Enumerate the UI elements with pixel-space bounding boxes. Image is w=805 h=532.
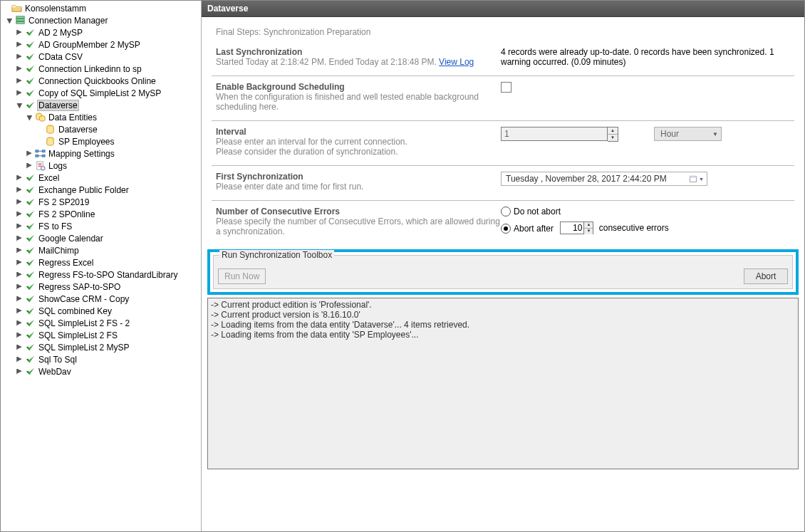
- expand-icon[interactable]: ⯈: [14, 88, 24, 98]
- calendar-dropdown-icon[interactable]: ▼: [689, 174, 704, 183]
- spin-up-icon[interactable]: ▲: [584, 222, 593, 229]
- tree-node-connection[interactable]: ⯈SQL SimpleList 2 FS: [1, 329, 201, 341]
- tree-label: Regress FS-to-SPO StandardLibrary: [37, 270, 179, 280]
- expand-icon[interactable]: ⯈: [14, 209, 24, 219]
- expand-icon[interactable]: ⯈: [14, 64, 24, 74]
- tree-node-mapping-settings[interactable]: ⯈ Mapping Settings: [1, 147, 201, 160]
- tree-label: Data Entities: [47, 113, 98, 122]
- tree-node-connection[interactable]: ⯈FS 2 SPOnline: [1, 208, 201, 220]
- expand-icon[interactable]: ⯈: [14, 270, 24, 280]
- tree-node-connection[interactable]: ⯈FS 2 SP2019: [1, 196, 201, 208]
- expand-icon[interactable]: ⯈: [14, 258, 24, 268]
- tree-label: SP Employees: [57, 137, 116, 147]
- expand-icon[interactable]: ⯈: [14, 52, 24, 62]
- interval-value-input[interactable]: [501, 127, 608, 141]
- tree-node-connection[interactable]: ⯈Copy of SQL SimpleList 2 MySP: [1, 87, 201, 99]
- tree-node-logs[interactable]: ⯈ Logs: [1, 160, 201, 172]
- expand-icon[interactable]: ⯈: [14, 28, 24, 38]
- collapse-icon[interactable]: ⯆: [24, 113, 34, 122]
- tree-node-connection[interactable]: ⯈Regress FS-to-SPO StandardLibrary: [1, 268, 201, 281]
- collapse-icon[interactable]: ⯆: [14, 100, 24, 110]
- expand-icon[interactable]: ⯈: [14, 294, 24, 304]
- expand-icon[interactable]: ⯈: [14, 40, 24, 50]
- connection-icon: [24, 51, 36, 63]
- expand-icon[interactable]: ⯈: [14, 76, 24, 86]
- connection-icon: [24, 233, 36, 244]
- run-now-button[interactable]: Run Now: [218, 268, 266, 284]
- expand-icon[interactable]: ⯈: [14, 330, 24, 340]
- tree-label: Connection Quickbooks Online: [37, 76, 157, 86]
- tree-node-connection[interactable]: ⯈CData CSV: [1, 51, 201, 63]
- view-log-link[interactable]: View Log: [439, 57, 474, 67]
- tree-node-connection[interactable]: ⯈SQL SimpleList 2 FS - 2: [1, 317, 201, 329]
- tree-node-connection[interactable]: ⯈Regress SAP-to-SPO: [1, 281, 201, 293]
- tree-node-entity-dataverse[interactable]: Dataverse: [1, 123, 201, 135]
- tree-label: Exchange Public Folder: [37, 185, 130, 195]
- abort-button[interactable]: Abort: [744, 268, 788, 284]
- tree-node-connection[interactable]: ⯈SQL combined Key: [1, 305, 201, 317]
- tree-node-connection[interactable]: ⯈Connection Quickbooks Online: [1, 75, 201, 87]
- svg-rect-9: [35, 155, 38, 157]
- interval-value-spinner[interactable]: ▲▼: [501, 127, 618, 142]
- tree-node-root[interactable]: Konsolenstamm: [1, 2, 201, 14]
- tree-node-connection[interactable]: ⯈ShowCase CRM - Copy: [1, 293, 201, 305]
- tree-node-connection[interactable]: ⯈SQL SimpleList 2 MySP: [1, 341, 201, 353]
- radio-do-not-abort[interactable]: Do not abort: [501, 207, 561, 217]
- tree-node-connection[interactable]: ⯈MailChimp: [1, 244, 201, 256]
- tree-node-entity-sp-employees[interactable]: SP Employees: [1, 135, 201, 147]
- spin-up-icon[interactable]: ▲: [608, 127, 618, 135]
- tree-node-connection[interactable]: ⯈Excel: [1, 172, 201, 184]
- connection-icon: [24, 342, 36, 353]
- tree-label: MailChimp: [37, 246, 80, 256]
- expand-icon[interactable]: ⯈: [14, 282, 24, 292]
- svg-rect-1: [16, 19, 24, 21]
- navigation-tree[interactable]: Konsolenstamm ⯆ Connection Manager ⯈AD 2…: [1, 1, 202, 531]
- expand-icon[interactable]: ⯈: [24, 161, 34, 171]
- expand-icon[interactable]: ⯈: [14, 355, 24, 365]
- tree-label: Logs: [47, 161, 68, 171]
- spin-down-icon[interactable]: ▼: [608, 135, 618, 141]
- interval-unit-dropdown[interactable]: Hour ▼: [654, 127, 722, 141]
- spin-down-icon[interactable]: ▼: [584, 229, 593, 234]
- abort-after-count-spinner[interactable]: 10 ▲▼: [560, 221, 593, 234]
- expand-icon[interactable]: ⯈: [14, 246, 24, 256]
- expand-icon[interactable]: ⯈: [14, 234, 24, 244]
- tree-node-connection[interactable]: ⯈AD GroupMember 2 MySP: [1, 38, 201, 51]
- tree-node-connection[interactable]: ⯈Connection Linkedinn to sp: [1, 63, 201, 75]
- tree-node-connection[interactable]: ⯈Exchange Public Folder: [1, 184, 201, 196]
- bg-sched-checkbox[interactable]: [501, 82, 511, 93]
- expand-icon[interactable]: ⯈: [14, 306, 24, 316]
- tree-node-connection[interactable]: ⯈AD 2 MySP: [1, 26, 201, 38]
- expand-icon[interactable]: ⯈: [14, 185, 24, 195]
- tree-label: Dataverse: [37, 100, 79, 111]
- tree-node-connection[interactable]: ⯈Regress Excel: [1, 256, 201, 268]
- svg-rect-14: [690, 176, 697, 177]
- expand-icon[interactable]: ⯈: [14, 221, 24, 231]
- sync-log-output[interactable]: -> Current product edition is 'Professio…: [207, 298, 799, 469]
- expand-icon[interactable]: ⯈: [14, 367, 24, 377]
- tree-node-connection[interactable]: ⯈FS to FS: [1, 220, 201, 232]
- collapse-icon[interactable]: ⯆: [4, 16, 14, 26]
- tree-node-connection[interactable]: ⯈Sql To Sql: [1, 353, 201, 365]
- tree-node-data-entities[interactable]: ⯆ Data Entities: [1, 111, 201, 123]
- tree-label: SQL combined Key: [37, 306, 113, 316]
- logs-icon: [34, 160, 46, 172]
- expand-icon[interactable]: ⯈: [14, 197, 24, 207]
- tree-node-connection-manager[interactable]: ⯆ Connection Manager: [1, 14, 201, 26]
- tree-node-connection[interactable]: ⯈WebDav: [1, 365, 201, 377]
- tree-label: Copy of SQL SimpleList 2 MySP: [37, 88, 162, 98]
- radio-abort-after[interactable]: Abort after: [501, 224, 554, 234]
- svg-rect-7: [35, 150, 38, 152]
- tree-label: CData CSV: [37, 52, 84, 62]
- page-title: Dataverse: [202, 1, 804, 17]
- tree-label: Connection Linkedinn to sp: [37, 64, 143, 74]
- tree-node-connection[interactable]: ⯈Google Calendar: [1, 232, 201, 244]
- tree-label: Excel: [37, 173, 61, 183]
- mapping-icon: [34, 148, 46, 160]
- expand-icon[interactable]: ⯈: [24, 149, 34, 159]
- expand-icon[interactable]: ⯈: [14, 173, 24, 183]
- first-sync-datetime-picker[interactable]: Tuesday , November 28, 2017 2:44:20 PM ▼: [501, 172, 707, 186]
- expand-icon[interactable]: ⯈: [14, 343, 24, 353]
- tree-node-dataverse[interactable]: ⯆ Dataverse: [1, 99, 201, 111]
- expand-icon[interactable]: ⯈: [14, 318, 24, 328]
